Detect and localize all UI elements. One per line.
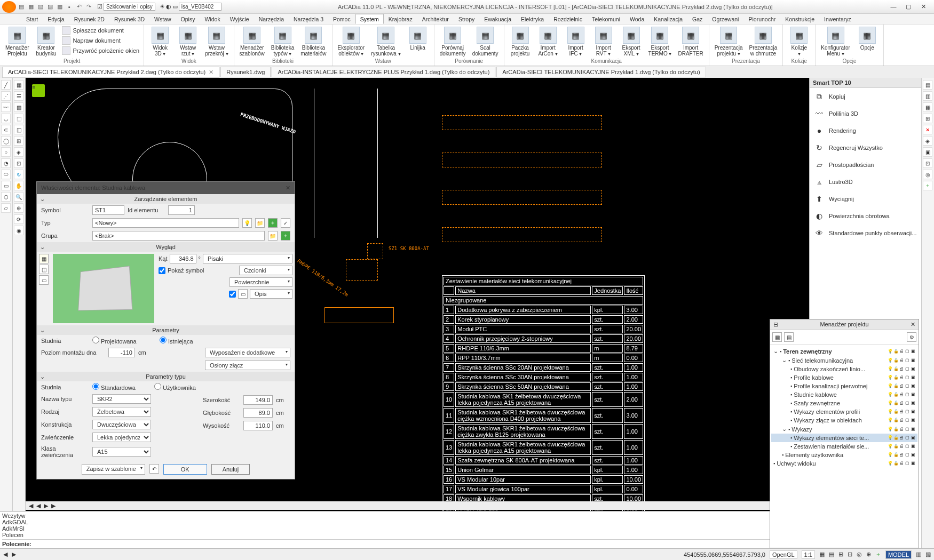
close-tab-icon[interactable]: ✕ — [209, 69, 213, 76]
ribbon-button[interactable]: ▦Bibliotekatypów ▾ — [269, 26, 296, 58]
tree-node[interactable]: ▪Profile kablowe💡🔒🖨▢▣ — [771, 373, 917, 382]
smart-item[interactable]: 👁Standardowe punkty obserwacji... — [810, 225, 921, 242]
view-icon[interactable]: ◫ — [39, 265, 49, 274]
symbol-input[interactable] — [92, 205, 124, 215]
smart-item[interactable]: ⬆Wyciągnij — [810, 190, 921, 207]
status-icon[interactable]: ⊕ — [866, 551, 871, 558]
tree-node[interactable]: ▪Szafy zewnętrzne💡🔒🖨▢▣ — [771, 399, 917, 407]
status-icon[interactable]: ▥ — [916, 551, 921, 558]
ribbon-button[interactable]: ▦KonfiguratorMenu ▾ — [819, 26, 852, 58]
ribbon-button[interactable]: ▦MenadżerProjektu — [3, 26, 31, 58]
fonts-dropdown[interactable]: Czcionki — [239, 266, 292, 275]
tree-node[interactable]: ▪Studnie kablowe💡🔒🖨▢▣ — [771, 390, 917, 399]
tree-node[interactable]: ▪Wykazy elementów sieci te...💡🔒🖨▢▣ — [771, 434, 917, 442]
ribbon-tab[interactable]: Rysunek 3D — [109, 14, 149, 24]
ribbon-tab[interactable]: Rozdzielnic — [549, 14, 587, 24]
tool-icon[interactable]: ╱ — [1, 80, 11, 90]
tool-icon[interactable]: ✋ — [14, 181, 23, 190]
smart-item[interactable]: ⧉Kopiuj — [810, 88, 921, 105]
pmgr-tool-icon[interactable]: ▤ — [784, 332, 794, 342]
ribbon-button[interactable]: ▦Scaldokumenty — [470, 26, 501, 58]
document-tab[interactable]: ArCADia-SIECI TELEKOMUNIKACYJNE Przykład… — [2, 67, 219, 78]
ribbon-tab[interactable]: Edycja — [43, 14, 69, 24]
height-input[interactable] — [243, 421, 273, 430]
qat-icon[interactable]: ▪ — [65, 3, 74, 11]
ribbon-button[interactable]: ▦Wstawprzekrój ▾ — [203, 26, 230, 58]
qat-icon[interactable]: ▭ — [172, 3, 178, 10]
show-symbol-checkbox[interactable] — [159, 267, 165, 274]
status-button[interactable]: OpenGL — [770, 550, 797, 559]
ribbon-button[interactable]: ▦Widok3D ▾ — [147, 26, 173, 58]
smart-item[interactable]: ↻Regeneruj Wszystko — [810, 139, 921, 156]
status-icon[interactable]: ⊡ — [848, 551, 852, 558]
status-button[interactable]: 1:1 — [802, 550, 815, 559]
view-icon[interactable]: ▭ — [39, 275, 49, 285]
proj-radio[interactable] — [92, 337, 99, 343]
tool-icon[interactable]: ⬭ — [1, 170, 11, 179]
tool-icon[interactable]: ▤ — [923, 80, 932, 90]
tool-icon[interactable]: ◫ — [14, 125, 23, 134]
status-icon[interactable]: ▧ — [925, 551, 931, 558]
sketch-combo[interactable]: Szkicowanie i opisy — [104, 3, 155, 11]
tree-node[interactable]: ⌄▪Teren zewnętrzny💡🔒🖨▢▣ — [771, 347, 917, 356]
tool-icon[interactable]: ◈ — [14, 147, 23, 157]
ribbon-tab[interactable]: Inwentaryz — [819, 14, 856, 24]
ribbon-button[interactable]: ▦Prezentacjaprojektu ▾ — [713, 26, 745, 58]
ribbon-button[interactable]: ▦Paczkaprojektu — [508, 26, 533, 58]
desc-checkbox[interactable] — [229, 291, 236, 298]
tool-icon[interactable]: ⬚ — [14, 114, 23, 123]
tool-icon[interactable]: ◯ — [1, 136, 11, 146]
ribbon-button[interactable]: ▦ImportArCon ▾ — [535, 26, 561, 58]
ribbon-tab[interactable]: Opisy — [176, 14, 200, 24]
icon-button[interactable]: 💡 — [242, 218, 252, 228]
hscroll[interactable]: ◀◀▶▶ — [26, 501, 809, 510]
expand-icon[interactable]: ⌄ — [40, 327, 45, 334]
ribbon-tab[interactable]: Pomoc — [328, 14, 355, 24]
pens-dropdown[interactable]: Pisaki — [203, 254, 292, 263]
desc-dropdown[interactable]: Opis — [250, 289, 292, 299]
tool-icon[interactable]: ▦ — [14, 80, 23, 90]
tool-icon[interactable]: ▭ — [1, 181, 11, 190]
icon-button[interactable]: ✓ — [281, 218, 290, 228]
document-tab[interactable]: Rysunek1.dwg — [220, 67, 271, 77]
pmgr-tool-icon[interactable]: ⚙ — [907, 332, 916, 342]
ribbon-tab[interactable]: Piorunochr — [743, 14, 780, 24]
status-icon[interactable]: ▤ — [829, 551, 834, 558]
smart-item[interactable]: ●Rendering — [810, 122, 921, 139]
ribbon-button[interactable]: ▦ImportRVT ▾ — [591, 26, 616, 58]
tool-icon[interactable]: 🔍 — [14, 192, 23, 202]
ribbon-tab[interactable]: Woda — [625, 14, 649, 24]
type-input[interactable] — [92, 218, 239, 228]
tool-icon[interactable]: ⊕ — [14, 203, 23, 213]
id-input[interactable] — [168, 205, 195, 215]
status-icon[interactable]: ▦ — [819, 551, 825, 558]
tree-node[interactable]: ⌄▪Wykazy💡🔒🖨▢▣ — [771, 425, 917, 434]
close-icon[interactable]: ✕ — [919, 3, 928, 10]
qat-icon[interactable]: ▩ — [56, 3, 64, 11]
ribbon-tab[interactable]: Stropy — [454, 14, 479, 24]
tool-icon[interactable]: ▩ — [14, 102, 23, 112]
ribbon-button[interactable]: ▦ImportDRAFTER — [676, 26, 705, 58]
ribbon-tab[interactable]: Widok — [200, 14, 225, 24]
ribbon-button[interactable]: ▦Prezentacjaw chmurze — [747, 26, 779, 58]
tool-icon[interactable]: ◎ — [923, 170, 932, 179]
level-input[interactable] — [108, 348, 135, 357]
ribbon-tab[interactable]: Wstaw — [149, 14, 176, 24]
tool-icon[interactable]: ▣ — [923, 147, 932, 157]
expand-icon[interactable]: ⌄ — [40, 373, 45, 380]
tool-icon[interactable]: ⊞ — [923, 114, 932, 123]
view-icon[interactable]: ▦ — [39, 254, 49, 263]
ribbon-tab[interactable]: Narzędzia — [254, 14, 289, 24]
class-select[interactable]: A15 — [92, 447, 151, 457]
maximize-icon[interactable]: ▢ — [904, 3, 913, 10]
depth-input[interactable] — [243, 408, 273, 418]
ribbon-button[interactable]: ▦Eksploratorobiektów ▾ — [336, 26, 367, 58]
tool-icon[interactable]: ⊂ — [1, 125, 11, 134]
expand-icon[interactable]: ⌄ — [40, 196, 45, 203]
status-icon[interactable]: ＋ — [875, 550, 881, 558]
ribbon-button[interactable]: ▦ImportIFC ▾ — [563, 26, 589, 58]
ribbon-button[interactable]: ▦Tabelkarysunkowa ▾ — [369, 26, 403, 58]
icon-button[interactable]: 📁 — [255, 218, 265, 228]
cap-select[interactable]: Lekka pojedyncza — [92, 433, 151, 442]
checkbox-icon[interactable]: ☑ — [97, 3, 102, 10]
